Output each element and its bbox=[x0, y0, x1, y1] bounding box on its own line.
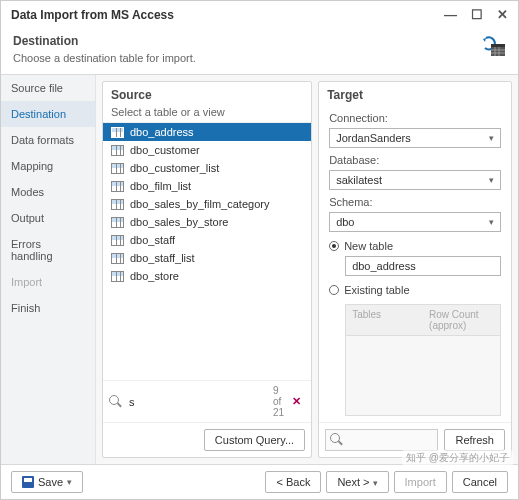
list-item-label: dbo_store bbox=[130, 270, 179, 282]
list-item-label: dbo_sales_by_store bbox=[130, 216, 228, 228]
table-icon bbox=[111, 199, 124, 210]
schema-combo[interactable]: dbo ▾ bbox=[329, 212, 501, 232]
cancel-button[interactable]: Cancel bbox=[452, 471, 508, 493]
radio-icon bbox=[329, 285, 339, 295]
list-item[interactable]: dbo_staff_list bbox=[103, 249, 311, 267]
import-button[interactable]: Import bbox=[394, 471, 447, 493]
import-icon bbox=[480, 34, 506, 58]
target-search-input[interactable] bbox=[325, 429, 438, 451]
list-item[interactable]: dbo_sales_by_film_category bbox=[103, 195, 311, 213]
window-title: Data Import from MS Access bbox=[11, 8, 174, 22]
source-panel: Source Select a table or a view dbo_addr… bbox=[102, 81, 312, 458]
sidebar-item-modes[interactable]: Modes bbox=[1, 179, 95, 205]
window: Data Import from MS Access — ☐ ✕ Destina… bbox=[0, 0, 519, 500]
page-desc: Choose a destination table for import. bbox=[13, 52, 196, 64]
list-item[interactable]: dbo_staff bbox=[103, 231, 311, 249]
source-subtitle: Select a table or a view bbox=[103, 104, 311, 122]
save-icon bbox=[22, 476, 34, 488]
list-item-label: dbo_film_list bbox=[130, 180, 191, 192]
sidebar-item-finish[interactable]: Finish bbox=[1, 295, 95, 321]
table-icon bbox=[111, 127, 124, 138]
custom-query-button[interactable]: Custom Query... bbox=[204, 429, 305, 451]
refresh-button[interactable]: Refresh bbox=[444, 429, 505, 451]
body: Source fileDestinationData formatsMappin… bbox=[1, 75, 518, 464]
grid-col-rowcount: Row Count (approx) bbox=[423, 305, 500, 335]
target-panel: Target Connection: JordanSanders ▾ Datab… bbox=[318, 81, 512, 458]
database-label: Database: bbox=[329, 154, 501, 166]
sidebar-item-import: Import bbox=[1, 269, 95, 295]
table-icon bbox=[111, 253, 124, 264]
sidebar-item-mapping[interactable]: Mapping bbox=[1, 153, 95, 179]
sidebar-item-destination[interactable]: Destination bbox=[1, 101, 95, 127]
table-icon bbox=[111, 145, 124, 156]
connection-value: JordanSanders bbox=[336, 132, 411, 144]
table-icon bbox=[111, 181, 124, 192]
list-item[interactable]: dbo_customer_list bbox=[103, 159, 311, 177]
sidebar-item-output[interactable]: Output bbox=[1, 205, 95, 231]
source-footer: 9 of 21 ✕ Custom Query... bbox=[103, 380, 311, 457]
table-icon bbox=[111, 271, 124, 282]
list-item[interactable]: dbo_sales_by_store bbox=[103, 213, 311, 231]
list-item-label: dbo_staff_list bbox=[130, 252, 195, 264]
list-item-label: dbo_address bbox=[130, 126, 194, 138]
table-icon bbox=[111, 217, 124, 228]
search-icon bbox=[330, 433, 344, 447]
source-list[interactable]: dbo_addressdbo_customerdbo_customer_list… bbox=[103, 122, 311, 380]
clear-search-icon[interactable]: ✕ bbox=[288, 395, 305, 408]
save-button[interactable]: Save bbox=[11, 471, 83, 493]
grid-col-tables: Tables bbox=[346, 305, 423, 335]
chevron-down-icon: ▾ bbox=[489, 175, 494, 185]
main-area: Source Select a table or a view dbo_addr… bbox=[96, 75, 518, 464]
database-value: sakilatest bbox=[336, 174, 382, 186]
save-label: Save bbox=[38, 476, 63, 488]
new-table-label: New table bbox=[344, 240, 393, 252]
list-item[interactable]: dbo_store bbox=[103, 267, 311, 285]
list-item-label: dbo_customer_list bbox=[130, 162, 219, 174]
existing-table-label: Existing table bbox=[344, 284, 409, 296]
back-button[interactable]: < Back bbox=[265, 471, 321, 493]
chevron-down-icon: ▾ bbox=[489, 133, 494, 143]
chevron-down-icon: ▾ bbox=[489, 217, 494, 227]
svg-rect-1 bbox=[491, 44, 505, 47]
existing-table-grid: Tables Row Count (approx) bbox=[345, 304, 501, 416]
list-item-label: dbo_staff bbox=[130, 234, 175, 246]
minimize-icon[interactable]: — bbox=[444, 7, 457, 22]
wizard-steps-sidebar: Source fileDestinationData formatsMappin… bbox=[1, 75, 96, 464]
maximize-icon[interactable]: ☐ bbox=[471, 7, 483, 22]
connection-label: Connection: bbox=[329, 112, 501, 124]
list-item-label: dbo_sales_by_film_category bbox=[130, 198, 269, 210]
connection-combo[interactable]: JordanSanders ▾ bbox=[329, 128, 501, 148]
existing-table-radio[interactable]: Existing table bbox=[329, 284, 501, 296]
window-controls: — ☐ ✕ bbox=[444, 7, 508, 22]
subheader: Destination Choose a destination table f… bbox=[1, 28, 518, 75]
schema-label: Schema: bbox=[329, 196, 501, 208]
page-heading: Destination bbox=[13, 34, 196, 48]
table-icon bbox=[111, 163, 124, 174]
list-item[interactable]: dbo_film_list bbox=[103, 177, 311, 195]
schema-value: dbo bbox=[336, 216, 354, 228]
table-icon bbox=[111, 235, 124, 246]
list-item-label: dbo_customer bbox=[130, 144, 200, 156]
sidebar-item-data-formats[interactable]: Data formats bbox=[1, 127, 95, 153]
footer: Save < Back Next > Import Cancel bbox=[1, 464, 518, 499]
new-table-input[interactable]: dbo_address bbox=[345, 256, 501, 276]
sidebar-item-source-file[interactable]: Source file bbox=[1, 75, 95, 101]
watermark: 知乎 @爱分享的小妃子 bbox=[402, 450, 513, 466]
list-item[interactable]: dbo_customer bbox=[103, 141, 311, 159]
target-title: Target bbox=[319, 82, 511, 104]
search-icon bbox=[109, 395, 123, 409]
target-body: Connection: JordanSanders ▾ Database: sa… bbox=[319, 104, 511, 422]
database-combo[interactable]: sakilatest ▾ bbox=[329, 170, 501, 190]
sidebar-item-errors-handling[interactable]: Errors handling bbox=[1, 231, 95, 269]
titlebar: Data Import from MS Access — ☐ ✕ bbox=[1, 1, 518, 28]
source-search-count: 9 of 21 bbox=[273, 385, 284, 418]
radio-icon bbox=[329, 241, 339, 251]
source-search-input[interactable] bbox=[127, 394, 269, 410]
next-button[interactable]: Next > bbox=[326, 471, 388, 493]
list-item[interactable]: dbo_address bbox=[103, 123, 311, 141]
source-search-row: 9 of 21 ✕ bbox=[103, 381, 311, 422]
new-table-radio[interactable]: New table bbox=[329, 240, 501, 252]
source-title: Source bbox=[103, 82, 311, 104]
close-icon[interactable]: ✕ bbox=[497, 7, 508, 22]
